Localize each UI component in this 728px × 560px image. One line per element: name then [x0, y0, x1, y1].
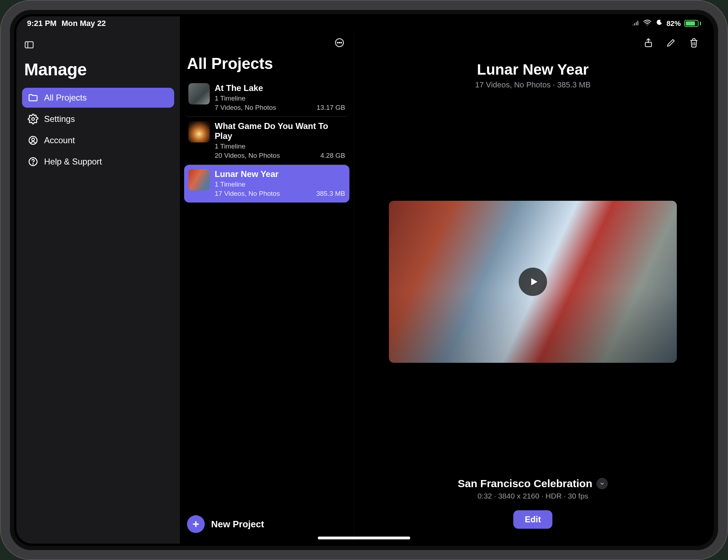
project-timelines: 1 Timeline — [215, 181, 345, 188]
person-icon — [28, 135, 38, 146]
sidebar: Manage All Projects Settings Account — [16, 31, 180, 544]
svg-point-6 — [33, 164, 33, 165]
svg-point-8 — [337, 42, 338, 43]
help-icon — [28, 156, 38, 167]
project-thumbnail — [188, 169, 210, 190]
svg-point-10 — [341, 42, 342, 43]
svg-point-2 — [32, 118, 34, 120]
home-indicator[interactable] — [318, 537, 410, 539]
project-media: 7 Videos, No Photos — [215, 104, 276, 112]
chevron-down-icon[interactable] — [596, 478, 608, 489]
screen: 9:21 PM Mon May 22 82% — [16, 16, 712, 544]
sidebar-item-label: All Projects — [44, 93, 87, 103]
projects-column: All Projects At The Lake 1 Timeline 7 Vi… — [180, 31, 354, 544]
detail-subtitle: 17 Videos, No Photos · 385.3 MB — [354, 80, 712, 90]
sidebar-item-all-projects[interactable]: All Projects — [22, 88, 174, 108]
project-thumbnail — [188, 121, 210, 142]
sidebar-item-settings[interactable]: Settings — [22, 109, 174, 129]
app-root: Manage All Projects Settings Account — [16, 31, 712, 544]
sidebar-title: Manage — [24, 60, 174, 79]
project-size: 13.17 GB — [317, 104, 345, 112]
svg-rect-0 — [25, 42, 33, 48]
signal-icon — [632, 19, 639, 28]
edit-button[interactable]: Edit — [513, 510, 552, 529]
play-icon[interactable] — [519, 268, 547, 296]
wifi-icon — [643, 18, 652, 29]
folder-icon — [28, 92, 38, 103]
project-title: Lunar New Year — [215, 169, 345, 179]
project-row[interactable]: At The Lake 1 Timeline 7 Videos, No Phot… — [184, 79, 349, 117]
svg-point-9 — [339, 42, 340, 43]
project-title: At The Lake — [215, 83, 345, 93]
projects-list: At The Lake 1 Timeline 7 Videos, No Phot… — [180, 79, 354, 509]
more-options-icon[interactable] — [332, 36, 347, 50]
project-media: 20 Videos, No Photos — [215, 152, 280, 160]
clip-title: San Francisco Celebration — [458, 478, 592, 490]
project-size: 4.28 GB — [320, 152, 345, 160]
project-detail: Lunar New Year 17 Videos, No Photos · 38… — [354, 31, 712, 544]
project-row[interactable]: What Game Do You Want To Play 1 Timeline… — [184, 117, 349, 165]
toggle-sidebar-icon[interactable] — [22, 38, 36, 52]
do-not-disturb-icon — [655, 19, 663, 28]
sidebar-nav: All Projects Settings Account Help & Sup… — [22, 88, 174, 172]
clip-preview[interactable] — [389, 201, 677, 363]
project-thumbnail — [188, 83, 210, 104]
sidebar-item-help[interactable]: Help & Support — [22, 152, 174, 172]
projects-heading: All Projects — [187, 55, 354, 72]
new-project-label: New Project — [211, 519, 264, 530]
share-icon[interactable] — [641, 36, 655, 50]
project-timelines: 1 Timeline — [215, 142, 345, 150]
detail-title: Lunar New Year — [354, 61, 712, 78]
sidebar-item-account[interactable]: Account — [22, 130, 174, 150]
sidebar-item-label: Settings — [44, 114, 75, 124]
edit-icon[interactable] — [664, 36, 678, 50]
sidebar-item-label: Help & Support — [44, 157, 102, 167]
status-date: Mon May 22 — [61, 19, 106, 28]
add-icon[interactable] — [187, 515, 205, 533]
project-media: 17 Videos, No Photos — [215, 190, 280, 198]
project-row-selected[interactable]: Lunar New Year 1 Timeline 17 Videos, No … — [184, 165, 349, 203]
battery-icon — [684, 20, 701, 27]
sidebar-item-label: Account — [44, 135, 75, 145]
preview-area — [354, 90, 712, 474]
project-timelines: 1 Timeline — [215, 95, 345, 102]
gear-icon — [28, 114, 38, 124]
clip-metadata: 0:32 · 3840 x 2160 · HDR · 30 fps — [354, 492, 712, 500]
svg-point-4 — [32, 138, 34, 141]
project-title: What Game Do You Want To Play — [215, 121, 345, 141]
battery-percent: 82% — [667, 20, 681, 28]
project-size: 385.3 MB — [316, 190, 345, 198]
ipad-device-frame: 9:21 PM Mon May 22 82% — [0, 0, 728, 560]
trash-icon[interactable] — [687, 36, 701, 50]
status-bar: 9:21 PM Mon May 22 82% — [16, 16, 712, 31]
status-time: 9:21 PM — [27, 19, 57, 28]
